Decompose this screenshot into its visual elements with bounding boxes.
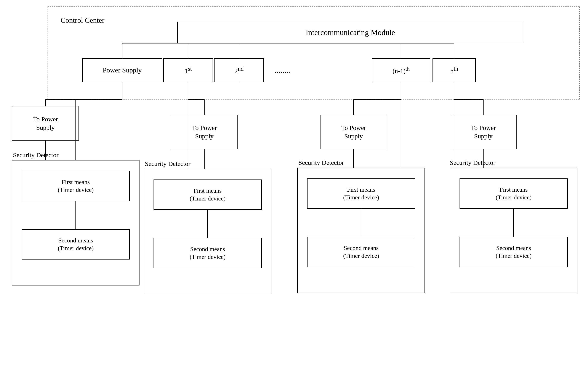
intercommunicating-module-box: Intercommunicating Module — [177, 22, 523, 43]
first-means-col2: First means(Timer device) — [153, 179, 262, 210]
n-minus-1-col-box: (n-1)th — [372, 58, 430, 82]
diagram: Control Center Intercommunicating Module… — [0, 0, 588, 383]
to-power-supply-col3: To PowerSupply — [320, 115, 387, 149]
first-means-col3: First means(Timer device) — [307, 178, 415, 209]
second-means-col4: Second means(Timer device) — [460, 237, 568, 267]
second-means-col2: Second means(Timer device) — [153, 238, 262, 268]
nth-col-box: nth — [433, 58, 476, 82]
to-power-supply-col1: To PowerSupply — [12, 106, 79, 141]
power-supply-header-box: Power Supply — [82, 58, 162, 82]
security-detector-label-col4: Security Detector — [450, 159, 495, 166]
security-detector-label-col1: Security Detector — [13, 151, 59, 159]
first-means-col4: First means(Timer device) — [460, 178, 568, 209]
second-means-col3: Second means(Timer device) — [307, 237, 415, 267]
security-detector-label-col3: Security Detector — [298, 159, 344, 166]
to-power-supply-col4: To PowerSupply — [450, 115, 517, 149]
to-power-supply-col2: To PowerSupply — [171, 115, 238, 149]
ellipsis-label: ........ — [275, 66, 290, 75]
second-means-col1: Second means(Timer device) — [22, 229, 130, 259]
control-center-border — [48, 6, 580, 100]
first-col-box: 1st — [163, 58, 213, 82]
first-means-col1: First means(Timer device) — [22, 171, 130, 201]
security-detector-label-col2: Security Detector — [145, 160, 190, 167]
second-col-box: 2nd — [214, 58, 264, 82]
control-center-label: Control Center — [61, 16, 105, 24]
